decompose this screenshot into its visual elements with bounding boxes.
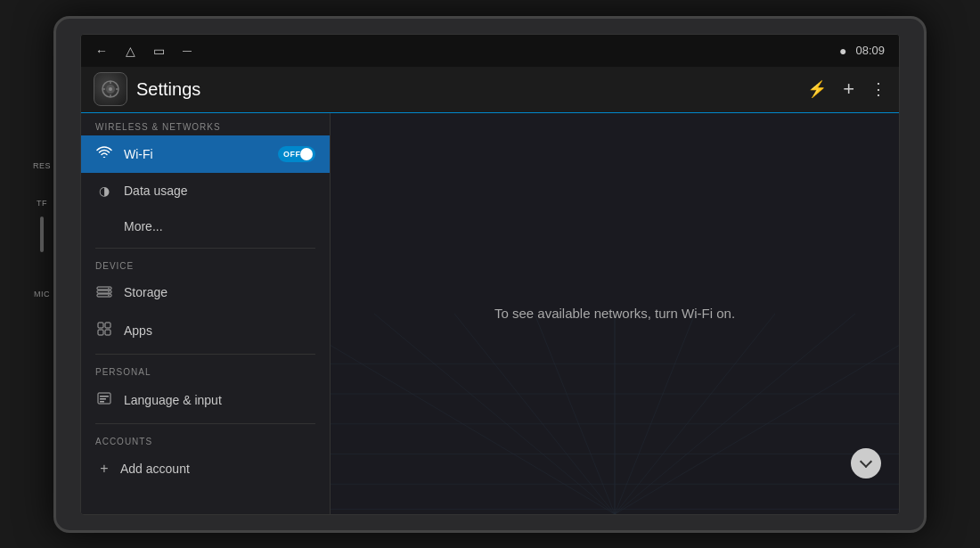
- back-icon[interactable]: ←: [95, 44, 108, 58]
- divider-1: [95, 248, 315, 249]
- nav-icons: ← △ ▭ ―: [95, 44, 192, 58]
- svg-rect-20: [100, 401, 104, 403]
- menu-item-more[interactable]: More...: [81, 209, 330, 244]
- side-labels-left: RES TF MIC: [33, 161, 51, 299]
- menu-item-language[interactable]: Language & input: [81, 380, 330, 420]
- svg-rect-18: [100, 396, 109, 397]
- apps-icon: [95, 322, 113, 339]
- menu-item-wifi[interactable]: Wi-Fi OFF: [81, 135, 330, 173]
- status-bar: ← △ ▭ ― ● 08:09: [81, 35, 899, 67]
- data-icon: ◑: [95, 184, 113, 198]
- menu-item-storage[interactable]: Storage: [81, 274, 330, 311]
- svg-point-11: [108, 290, 109, 291]
- svg-rect-16: [105, 330, 110, 335]
- recents-icon[interactable]: ▭: [153, 44, 165, 58]
- svg-line-34: [331, 323, 615, 514]
- storage-icon: [95, 285, 113, 300]
- status-right: ● 08:09: [839, 44, 885, 58]
- menu-icon[interactable]: ―: [183, 45, 192, 55]
- svg-point-10: [108, 287, 109, 288]
- device-frame: RES TF MIC ← △ ▭ ― ● 08:09: [53, 16, 927, 533]
- menu-item-apps[interactable]: Apps: [81, 311, 330, 350]
- screen: ← △ ▭ ― ● 08:09: [80, 34, 900, 515]
- home-icon[interactable]: △: [126, 44, 135, 58]
- divider-2: [95, 354, 315, 355]
- app-icon: [94, 72, 127, 106]
- more-icon[interactable]: ⋮: [870, 79, 886, 99]
- mic-label: MIC: [34, 290, 50, 299]
- wifi-toggle[interactable]: OFF: [278, 146, 315, 162]
- scroll-chevron-icon: [860, 454, 872, 467]
- add-icon[interactable]: +: [843, 78, 854, 101]
- toggle-off-label: OFF: [283, 150, 301, 159]
- menu-item-data-usage[interactable]: ◑ Data usage: [81, 173, 330, 209]
- svg-rect-19: [100, 398, 106, 400]
- app-title: Settings: [136, 79, 807, 100]
- res-label: RES: [33, 161, 51, 170]
- more-label: More...: [124, 219, 315, 233]
- menu-item-add-account[interactable]: + Add account: [81, 450, 330, 487]
- flash-icon[interactable]: ⚡: [807, 79, 827, 99]
- scroll-indicator[interactable]: [851, 448, 881, 478]
- storage-label: Storage: [124, 285, 315, 299]
- location-icon: ●: [839, 44, 846, 58]
- main-content: WIRELESS & NETWORKS Wi-Fi: [81, 113, 899, 514]
- wifi-label: Wi-Fi: [124, 147, 267, 161]
- language-icon: [95, 391, 113, 409]
- app-bar: Settings ⚡ + ⋮: [81, 67, 899, 113]
- svg-rect-14: [105, 323, 110, 328]
- add-account-label: Add account: [120, 462, 315, 476]
- section-personal: PERSONAL: [81, 358, 330, 380]
- clock: 08:09: [855, 44, 885, 57]
- wifi-icon: [95, 146, 113, 162]
- svg-rect-15: [98, 330, 103, 335]
- right-panel: To see available networks, turn Wi-Fi on…: [331, 113, 899, 514]
- toggle-thumb: [300, 148, 313, 160]
- tf-label: TF: [37, 199, 47, 208]
- tf-slider[interactable]: [40, 217, 44, 252]
- language-label: Language & input: [124, 393, 315, 407]
- data-usage-label: Data usage: [124, 184, 315, 198]
- left-panel: WIRELESS & NETWORKS Wi-Fi: [81, 113, 331, 514]
- plus-icon: +: [95, 461, 113, 477]
- section-wireless: WIRELESS & NETWORKS: [81, 113, 330, 135]
- svg-point-2: [109, 87, 112, 91]
- section-accounts: ACCOUNTS: [81, 428, 330, 450]
- svg-rect-13: [98, 323, 103, 328]
- svg-point-12: [108, 294, 109, 295]
- app-bar-actions: ⚡ + ⋮: [807, 78, 886, 101]
- divider-3: [95, 423, 315, 424]
- wifi-message: To see available networks, turn Wi-Fi on…: [494, 306, 735, 321]
- svg-line-35: [615, 323, 899, 514]
- section-device: DEVICE: [81, 252, 330, 274]
- apps-label: Apps: [124, 323, 315, 338]
